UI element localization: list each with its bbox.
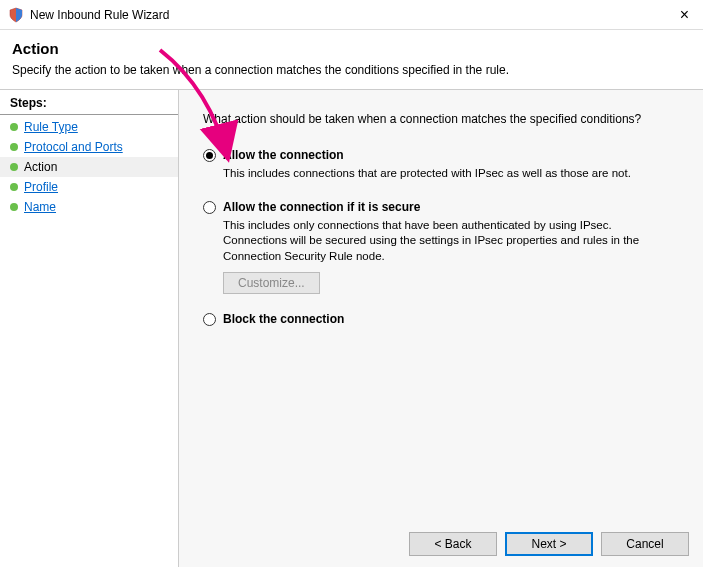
firewall-shield-icon bbox=[8, 7, 24, 23]
titlebar: New Inbound Rule Wizard × bbox=[0, 0, 703, 30]
step-label: Profile bbox=[24, 180, 58, 194]
step-protocol-and-ports[interactable]: Protocol and Ports bbox=[0, 137, 178, 157]
step-action[interactable]: Action bbox=[0, 157, 178, 177]
window-title: New Inbound Rule Wizard bbox=[30, 8, 674, 22]
option-allow-connection: Allow the connection This includes conne… bbox=[203, 148, 679, 182]
step-dot-icon bbox=[10, 203, 18, 211]
radio-allow-connection[interactable] bbox=[203, 149, 216, 162]
step-dot-icon bbox=[10, 123, 18, 131]
option-title: Allow the connection bbox=[223, 148, 679, 162]
option-allow-secure: Allow the connection if it is secure Thi… bbox=[203, 200, 679, 295]
steps-sidebar: Steps: Rule Type Protocol and Ports Acti… bbox=[0, 90, 178, 567]
radio-allow-secure[interactable] bbox=[203, 201, 216, 214]
steps-heading: Steps: bbox=[0, 92, 178, 115]
option-title: Block the connection bbox=[223, 312, 679, 326]
option-block-connection: Block the connection bbox=[203, 312, 679, 326]
customize-button: Customize... bbox=[223, 272, 320, 294]
content-question: What action should be taken when a conne… bbox=[203, 112, 679, 126]
cancel-button[interactable]: Cancel bbox=[601, 532, 689, 556]
option-title: Allow the connection if it is secure bbox=[223, 200, 679, 214]
next-button[interactable]: Next > bbox=[505, 532, 593, 556]
wizard-footer: < Back Next > Cancel bbox=[409, 532, 689, 556]
wizard-content: What action should be taken when a conne… bbox=[178, 90, 703, 567]
radio-block-connection[interactable] bbox=[203, 313, 216, 326]
close-icon[interactable]: × bbox=[674, 7, 695, 23]
step-label: Protocol and Ports bbox=[24, 140, 123, 154]
step-label: Rule Type bbox=[24, 120, 78, 134]
step-label: Name bbox=[24, 200, 56, 214]
page-subtitle: Specify the action to be taken when a co… bbox=[12, 63, 691, 77]
option-desc: This includes connections that are prote… bbox=[223, 166, 663, 182]
step-name[interactable]: Name bbox=[0, 197, 178, 217]
wizard-header: Action Specify the action to be taken wh… bbox=[0, 30, 703, 89]
step-profile[interactable]: Profile bbox=[0, 177, 178, 197]
step-dot-icon bbox=[10, 143, 18, 151]
wizard-body: Steps: Rule Type Protocol and Ports Acti… bbox=[0, 89, 703, 567]
step-rule-type[interactable]: Rule Type bbox=[0, 117, 178, 137]
back-button[interactable]: < Back bbox=[409, 532, 497, 556]
step-label: Action bbox=[24, 160, 57, 174]
page-title: Action bbox=[12, 40, 691, 57]
option-desc: This includes only connections that have… bbox=[223, 218, 663, 265]
step-dot-icon bbox=[10, 163, 18, 171]
step-dot-icon bbox=[10, 183, 18, 191]
